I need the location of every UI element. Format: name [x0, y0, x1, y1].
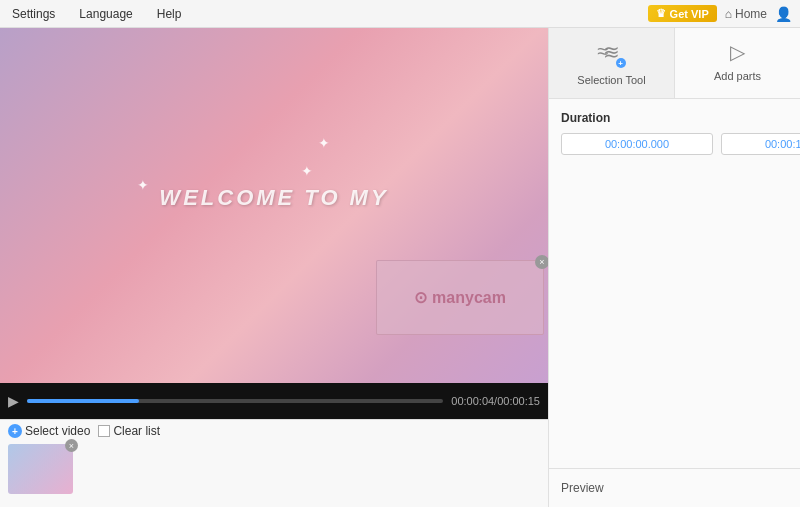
home-icon: ⌂: [725, 7, 732, 21]
menu-help[interactable]: Help: [153, 5, 186, 23]
selection-icon: ≋ +: [598, 40, 626, 68]
progress-bar[interactable]: [27, 399, 443, 403]
vip-button[interactable]: ♛ Get VIP: [648, 5, 717, 22]
thumbnail-controls: + Select video Clear list: [8, 424, 540, 438]
preview-section: Preview: [549, 468, 800, 507]
checkbox-icon: [98, 425, 110, 437]
right-panel: ≋ + Selection Tool ▷ Add parts Duration …: [548, 28, 800, 507]
sparkle-icon-3: ✦: [318, 135, 330, 151]
duration-title: Duration: [561, 111, 788, 125]
add-icon: +: [8, 424, 22, 438]
video-controls: ▶ 00:00:04/00:00:15: [0, 383, 548, 419]
duration-end-input[interactable]: [721, 133, 800, 155]
manycam-logo-icon: ⊙: [414, 288, 427, 307]
sparkle-icon-2: ✦: [301, 163, 313, 179]
add-parts-icon: ▷: [730, 40, 745, 64]
duration-inputs: [561, 133, 788, 155]
duration-start-input[interactable]: [561, 133, 713, 155]
menu-left: Settings Language Help: [8, 5, 185, 23]
thumbnail-image: [8, 444, 73, 494]
user-icon[interactable]: 👤: [775, 6, 792, 22]
manycam-close-button[interactable]: ×: [535, 255, 548, 269]
manycam-logo-text: manycam: [432, 289, 506, 307]
play-button[interactable]: ▶: [8, 393, 19, 409]
thumbnail-item[interactable]: ×: [8, 444, 73, 494]
add-parts-label: Add parts: [714, 70, 761, 82]
selection-tool-button[interactable]: ≋ + Selection Tool: [549, 28, 675, 98]
vip-label: Get VIP: [670, 8, 709, 20]
selection-plus-icon: +: [616, 58, 626, 68]
sparkle-icon-1: ✦: [137, 177, 149, 193]
video-text: WELCOME TO MY: [159, 185, 388, 211]
preview-label: Preview: [561, 481, 604, 495]
clear-list-button[interactable]: Clear list: [98, 424, 160, 438]
manycam-logo: ⊙ manycam: [414, 288, 506, 307]
thumbnail-list: ×: [8, 444, 540, 494]
thumbnail-remove-button[interactable]: ×: [65, 439, 78, 452]
time-display: 00:00:04/00:00:15: [451, 395, 540, 407]
crown-icon: ♛: [656, 7, 666, 20]
video-player[interactable]: WELCOME TO MY ✦ ✦ ✦ ⊙ manycam ×: [0, 28, 548, 383]
selection-tool-label: Selection Tool: [577, 74, 645, 86]
home-label: Home: [735, 7, 767, 21]
home-button[interactable]: ⌂ Home: [725, 7, 767, 21]
menu-right: ♛ Get VIP ⌂ Home 👤: [648, 5, 792, 22]
progress-fill: [27, 399, 139, 403]
add-parts-button[interactable]: ▷ Add parts: [675, 28, 800, 98]
main-container: WELCOME TO MY ✦ ✦ ✦ ⊙ manycam × ▶ 00:00:…: [0, 28, 800, 507]
select-video-button[interactable]: + Select video: [8, 424, 90, 438]
manycam-watermark: ⊙ manycam ×: [376, 260, 544, 335]
duration-section: Duration: [549, 99, 800, 163]
clear-list-label: Clear list: [113, 424, 160, 438]
menu-language[interactable]: Language: [75, 5, 136, 23]
menu-settings[interactable]: Settings: [8, 5, 59, 23]
tools-row: ≋ + Selection Tool ▷ Add parts: [549, 28, 800, 99]
left-panel: WELCOME TO MY ✦ ✦ ✦ ⊙ manycam × ▶ 00:00:…: [0, 28, 548, 507]
menubar: Settings Language Help ♛ Get VIP ⌂ Home …: [0, 0, 800, 28]
select-video-label: Select video: [25, 424, 90, 438]
thumbnail-area: + Select video Clear list ×: [0, 419, 548, 507]
